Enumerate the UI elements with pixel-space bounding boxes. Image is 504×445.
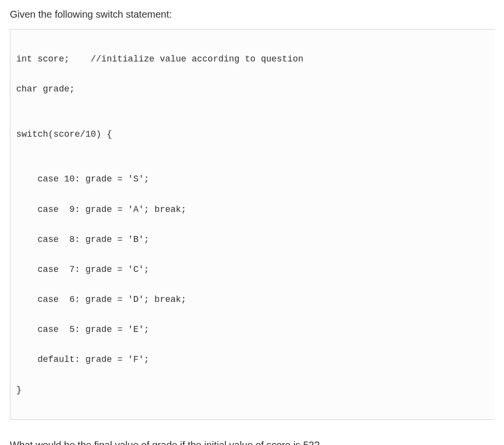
code-line: case 6: grade = 'D'; break; xyxy=(16,292,488,307)
code-line: char grade; xyxy=(16,82,488,97)
code-block: int score; //initialize value according … xyxy=(10,29,494,420)
code-line: } xyxy=(16,383,488,398)
question-1-text: What would be the final value of grade i… xyxy=(10,440,494,445)
code-line: case 7: grade = 'C'; xyxy=(16,262,488,277)
code-line: default: grade = 'F'; xyxy=(16,352,488,367)
code-line: case 5: grade = 'E'; xyxy=(16,322,488,337)
code-line: switch(score/10) { xyxy=(16,127,488,142)
code-line: case 9: grade = 'A'; break; xyxy=(16,202,488,217)
code-line: case 10: grade = 'S'; xyxy=(16,172,488,187)
code-line: case 8: grade = 'B'; xyxy=(16,232,488,247)
question-intro: Given the following switch statement: xyxy=(10,9,494,20)
code-line: int score; //initialize value according … xyxy=(16,52,488,67)
